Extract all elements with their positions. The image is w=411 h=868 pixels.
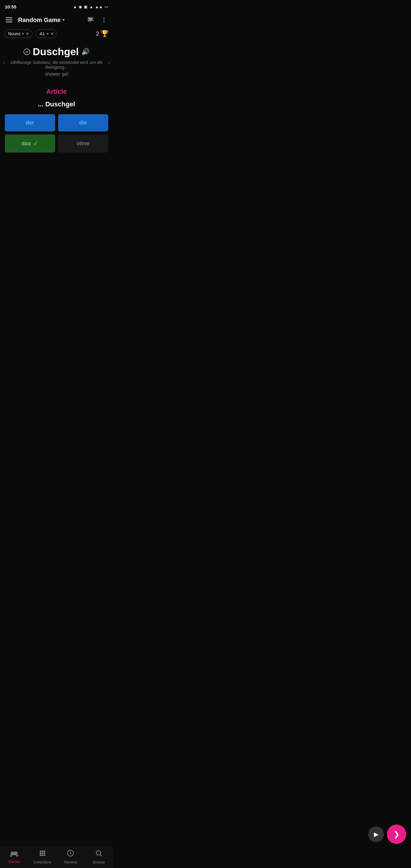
media-icon: ◉	[78, 4, 82, 9]
game-type-label: Article	[5, 88, 108, 96]
menu-button[interactable]	[4, 14, 14, 25]
word-title: Duschgel	[33, 46, 78, 58]
filter-row: Nouns ▾ ✕ A1 ▾ ✕ 2 🏆	[0, 28, 113, 40]
prev-word-arrow[interactable]: ‹	[3, 59, 5, 66]
speaker-icon[interactable]: 🔊	[81, 48, 90, 56]
app-bar-actions	[85, 14, 109, 25]
nouns-filter-label: Nouns	[8, 31, 20, 36]
svg-point-1	[104, 20, 104, 21]
status-bar: 10:55 ▲ ◉ ▣ ▲ ▲▲ ▭	[0, 0, 113, 12]
answer-ohne-button[interactable]: ohne	[58, 134, 108, 153]
filter-button[interactable]	[85, 14, 96, 25]
a1-filter-label: A1	[39, 31, 44, 36]
a1-filter-chip[interactable]: A1 ▾ ✕	[36, 30, 57, 38]
status-icons: ▲ ◉ ▣ ▲ ▲▲ ▭	[73, 4, 108, 9]
a1-arrow-icon: ▾	[47, 32, 49, 36]
nouns-filter-chip[interactable]: Nouns ▾ ✕	[4, 30, 33, 38]
word-prompt: ... Duschgel	[5, 100, 108, 108]
trophy-icon: 🏆	[101, 30, 109, 38]
status-time: 10:55	[5, 4, 16, 9]
svg-point-0	[104, 18, 104, 19]
app-bar: Random Game ▾	[0, 12, 113, 28]
score-badge: 2 🏆	[96, 30, 109, 38]
answer-das-button[interactable]: das ✓	[5, 134, 55, 153]
next-word-arrow[interactable]: ›	[108, 59, 110, 66]
chevron-down-icon: ▾	[62, 18, 64, 22]
notification-icon: ▲	[73, 4, 77, 9]
word-card: ‹ › Duschgel 🔊 zähflüssige Substanz, die…	[0, 40, 113, 85]
hamburger-icon	[6, 18, 12, 22]
answer-die-button[interactable]: die	[58, 114, 108, 131]
sim-icon: ▣	[84, 4, 87, 9]
word-translation: shower gel	[5, 71, 108, 77]
svg-point-2	[104, 22, 104, 22]
nouns-arrow-icon: ▾	[22, 32, 24, 36]
app-title: Random Game ▾	[18, 17, 82, 24]
game-section: Article ... Duschgel der die das ✓ ohne	[0, 85, 113, 160]
word-check-icon	[24, 49, 30, 55]
app-title-text: Random Game	[18, 17, 61, 24]
battery-icon: ▭	[104, 4, 108, 9]
a1-close-icon: ✕	[50, 32, 54, 36]
word-header: Duschgel 🔊	[5, 46, 108, 58]
signal-icon: ▲▲	[95, 4, 103, 9]
answer-grid: der die das ✓ ohne	[5, 114, 108, 157]
more-options-button[interactable]	[98, 14, 109, 25]
answer-der-button[interactable]: der	[5, 114, 55, 131]
nouns-close-icon: ✕	[26, 32, 29, 36]
correct-checkmark-icon: ✓	[33, 140, 38, 147]
word-definition: zähflüssige Substanz, die verwendet wird…	[5, 60, 108, 70]
score-value: 2	[96, 31, 99, 37]
wifi-icon: ▲	[89, 4, 93, 9]
